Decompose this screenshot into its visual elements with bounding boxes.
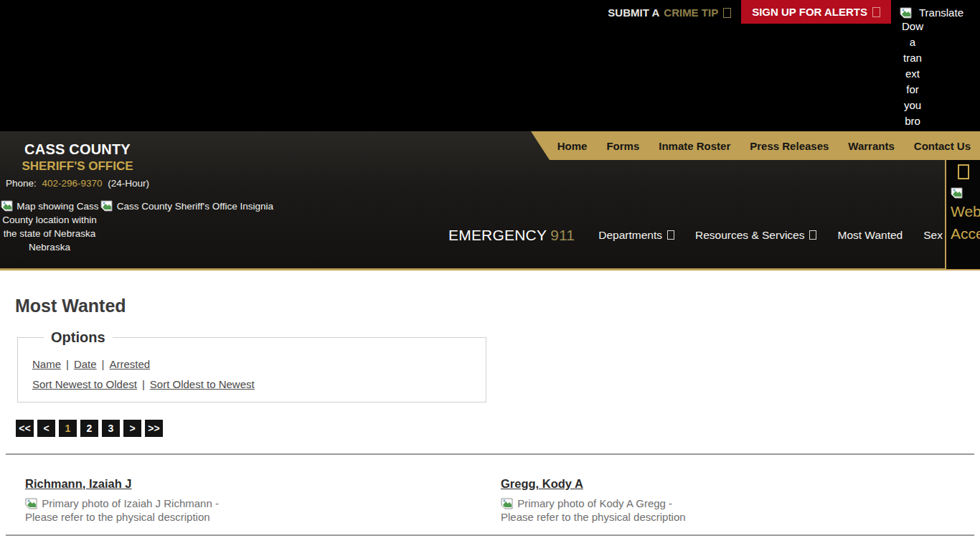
translate-alt-text: Dow a tran ext for you bro — [900, 19, 925, 129]
nav-item-home[interactable]: Home — [557, 140, 588, 152]
pagination-next-button[interactable]: > — [123, 420, 141, 437]
broken-image-icon — [100, 200, 113, 212]
pagination-page-2-button[interactable]: 2 — [80, 420, 98, 437]
county-map-image-placeholder: Map showing Cass County location within … — [0, 199, 99, 254]
accessibility-glyph-icon — [958, 164, 969, 179]
emergency-911: EMERGENCY911 — [448, 227, 575, 244]
translate-row: Translate — [900, 6, 976, 19]
sort-links-row: Sort Newest to Oldest|Sort Oldest to New… — [32, 378, 471, 390]
pagination-prev-button[interactable]: < — [37, 420, 55, 437]
top-black-band: SUBMIT A CRIME TIP SIGN UP FOR ALERTS Tr… — [0, 0, 980, 131]
filter-link-arrested[interactable]: Arrested — [110, 358, 151, 370]
broken-image-icon — [25, 498, 37, 509]
wanted-photo-alt-text: Primary photo of Kody A Gregg - Please r… — [501, 497, 686, 523]
page: SUBMIT A CRIME TIP SIGN UP FOR ALERTS Tr… — [0, 0, 980, 551]
nav-item-most-wanted[interactable]: Most Wanted — [837, 229, 903, 242]
wanted-person-link[interactable]: Richmann, Izaiah J — [25, 477, 132, 491]
phone-label: Phone: — [6, 178, 37, 189]
listing-item: Gregg, Kody A Primary photo of Kody A Gr… — [501, 455, 980, 524]
nav-item-resources-label: Resources & Services — [695, 229, 804, 241]
web-accessibility-line2: Accessibility — [951, 222, 980, 245]
emergency-label: EMERGENCY — [448, 227, 547, 243]
separator-pipe: | — [102, 358, 105, 370]
nav-item-departments[interactable]: Departments — [598, 229, 674, 242]
wanted-photo-placeholder: Primary photo of Kody A Gregg - Please r… — [501, 496, 705, 524]
broken-image-icon — [501, 498, 513, 509]
sign-up-alerts-button[interactable]: SIGN UP FOR ALERTS — [741, 0, 891, 24]
county-map-caption: Nebraska — [0, 240, 99, 254]
wanted-person-link[interactable]: Gregg, Kody A — [501, 477, 583, 491]
wanted-photo-placeholder: Primary photo of Izaiah J Richmann - Ple… — [25, 496, 230, 524]
filter-link-name[interactable]: Name — [32, 358, 61, 370]
external-link-icon — [723, 8, 731, 18]
org-name: CASS COUNTY — [0, 141, 155, 158]
nav-item-warrants[interactable]: Warrants — [848, 140, 894, 152]
nav-item-inmate-roster[interactable]: Inmate Roster — [659, 140, 730, 152]
phone-number-link[interactable]: 402-296-9370 — [42, 178, 102, 189]
web-accessibility-line1: Web — [951, 200, 980, 222]
wanted-photo-alt-text: Primary photo of Izaiah J Richmann - Ple… — [25, 497, 219, 523]
main-nav: Home Forms Inmate Roster Press Releases … — [524, 131, 980, 160]
pagination-last-button[interactable]: >> — [145, 420, 163, 437]
submit-crime-tip-highlight: CRIME TIP — [664, 6, 718, 19]
separator-pipe: | — [142, 378, 145, 390]
utility-bar: SUBMIT A CRIME TIP SIGN UP FOR ALERTS Tr… — [608, 0, 980, 129]
translate-label: Translate — [919, 6, 963, 19]
translate-alt-line: you — [900, 98, 925, 113]
insignia-image-placeholder: Cass County Sheriff's Office Insignia — [100, 199, 287, 213]
separator-pipe: | — [66, 358, 69, 370]
org-subtitle: SHERIFF'S OFFICE — [0, 159, 155, 174]
options-legend: Options — [44, 329, 113, 346]
page-title: Most Wanted — [15, 296, 980, 316]
main-content: Most Wanted Options Name|Date|Arrested S… — [0, 273, 980, 536]
secondary-nav-links: Departments Resources & Services Most Wa… — [598, 229, 980, 242]
dropdown-caret-icon — [667, 230, 674, 240]
submit-crime-tip-link[interactable]: SUBMIT A CRIME TIP — [608, 6, 731, 19]
nav-item-departments-label: Departments — [598, 229, 662, 241]
translate-alt-line: for — [900, 82, 925, 98]
site-header: Home Forms Inmate Roster Press Releases … — [0, 131, 980, 270]
broken-image-icon — [900, 7, 912, 19]
translate-alt-line: a — [900, 34, 925, 50]
nav-item-forms[interactable]: Forms — [606, 140, 639, 152]
translate-alt-line: bro — [900, 113, 925, 129]
nav-item-resources-services[interactable]: Resources & Services — [695, 229, 816, 242]
pagination-page-1-button[interactable]: 1 — [59, 420, 77, 437]
nav-item-press-releases[interactable]: Press Releases — [750, 140, 829, 152]
filter-link-date[interactable]: Date — [74, 358, 97, 370]
insignia-alt-text: Cass County Sheriff's Office Insignia — [117, 201, 273, 212]
nav-item-contact-us[interactable]: Contact Us — [914, 140, 971, 152]
translate-alt-line: tran — [900, 50, 925, 66]
site-identity: CASS COUNTY SHERIFF'S OFFICE Phone: 402-… — [0, 141, 155, 189]
options-fieldset: Options Name|Date|Arrested Sort Newest t… — [17, 329, 486, 402]
external-link-icon — [872, 7, 880, 17]
nav-item-most-wanted-label: Most Wanted — [837, 229, 903, 241]
translate-alt-line: ext — [900, 66, 925, 82]
sign-up-alerts-label: SIGN UP FOR ALERTS — [752, 6, 867, 18]
header-images: Map showing Cass County location within … — [0, 199, 287, 254]
pagination: << < 1 2 3 > >> — [16, 420, 980, 437]
phone-line: Phone: 402-296-9370 (24-Hour) — [0, 178, 155, 189]
wanted-listings: Richmann, Izaiah J Primary photo of Izai… — [0, 455, 980, 524]
dropdown-caret-icon — [809, 230, 816, 240]
pagination-page-3-button[interactable]: 3 — [102, 420, 120, 437]
sort-link-oldest-to-newest[interactable]: Sort Oldest to Newest — [150, 378, 255, 390]
sort-link-newest-to-oldest[interactable]: Sort Newest to Oldest — [32, 378, 137, 390]
web-accessibility-label: Web Accessibility — [951, 200, 980, 245]
county-map-alt-text: Map showing Cass County location within … — [2, 201, 98, 239]
secondary-nav: EMERGENCY911 Departments Resources & Ser… — [448, 227, 980, 244]
translate-alt-line: Dow — [900, 19, 925, 34]
web-accessibility-widget[interactable]: Web Accessibility — [945, 160, 980, 269]
separator — [6, 534, 974, 536]
submit-crime-tip-prefix: SUBMIT A — [608, 6, 659, 19]
pagination-first-button[interactable]: << — [16, 420, 34, 437]
phone-suffix: (24-Hour) — [108, 178, 149, 189]
broken-image-icon — [951, 187, 963, 199]
filter-links-row: Name|Date|Arrested — [32, 358, 471, 370]
listing-item: Richmann, Izaiah J Primary photo of Izai… — [25, 455, 501, 524]
emergency-number: 911 — [550, 227, 575, 243]
broken-image-icon — [1, 200, 13, 212]
translate-widget[interactable]: Translate Dow a tran ext for you bro — [900, 0, 976, 129]
